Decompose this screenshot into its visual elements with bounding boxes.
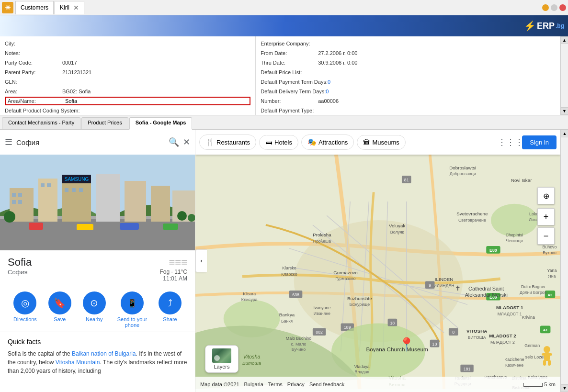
tab-close-icon[interactable]: ✕	[73, 4, 79, 11]
svg-rect-20	[72, 188, 76, 192]
label-number: Number:	[261, 98, 318, 104]
directions-label: Directions	[13, 316, 37, 322]
form-scrollbar[interactable]: ▲ ▼	[560, 36, 568, 115]
label-area-name: Area/Name:	[6, 98, 63, 104]
zoom-in-button[interactable]: +	[537, 208, 555, 225]
save-icon: 🔖	[48, 291, 71, 314]
save-button[interactable]: 🔖 Save	[48, 291, 71, 328]
svg-text:Клисура: Клисура	[241, 297, 258, 302]
svg-point-28	[4, 211, 15, 223]
form-right: Enterprise Company: From Date: 27.2.2006…	[256, 36, 560, 115]
erp-logo-text: ERP	[537, 21, 555, 31]
directions-button[interactable]: ◎ Directions	[13, 291, 37, 328]
svg-text:Prolesha: Prolesha	[313, 232, 331, 237]
erp-logo-suffix: .bg	[556, 22, 564, 29]
footer-link-bulgaria[interactable]: Bulgaria	[244, 381, 263, 387]
svg-rect-9	[96, 174, 120, 222]
vitosha-link[interactable]: Vitosha Mountain	[56, 359, 100, 366]
close-search-icon[interactable]: ✕	[183, 137, 190, 147]
balkan-link[interactable]: Balkan nation of Bulgaria	[72, 350, 136, 357]
right-scroll-track	[561, 137, 568, 384]
svg-text:Волуяк: Волуяк	[390, 230, 404, 235]
form-row-from-date: From Date: 27.2.2006 г. 0:00	[261, 49, 556, 57]
tab-customers[interactable]: Customers	[15, 1, 54, 14]
scroll-up-btn[interactable]: ▲	[561, 36, 568, 44]
layers-label: Layers	[214, 364, 229, 370]
tab-product-prices[interactable]: Product Prices	[81, 117, 128, 129]
send-to-phone-button[interactable]: 📱 Send to your phone	[117, 291, 147, 328]
maximize-button[interactable]	[551, 4, 557, 11]
chip-hotels[interactable]: 🛏 Hotels	[259, 135, 298, 150]
map-svg: E80 E80 81 638	[195, 155, 560, 389]
svg-text:Световрачене: Световрачене	[458, 218, 486, 223]
chip-restaurants[interactable]: 🍴 Restaurants	[199, 134, 256, 150]
svg-rect-10	[125, 181, 146, 222]
tab-contact-mechanisms[interactable]: Contact Mechanisms - Party	[2, 117, 80, 129]
gmap-apps-button[interactable]: ⋮⋮⋮	[502, 134, 519, 151]
svg-text:8: 8	[452, 330, 454, 335]
svg-rect-18	[47, 183, 51, 187]
share-button[interactable]: ⤴ Share	[159, 291, 182, 328]
form-row-price-list: Default Price List:	[261, 68, 556, 77]
svg-text:МЛАДОСТ 2: МЛАДОСТ 2	[490, 340, 515, 345]
content-area: ☰ 🔍 ✕	[0, 130, 568, 392]
right-scrollbar[interactable]: ▲ ▼	[560, 130, 568, 392]
right-scroll-down[interactable]: ▼	[561, 384, 568, 392]
svg-text:638: 638	[292, 292, 299, 297]
chip-attractions[interactable]: 🎭 Attractions	[301, 134, 354, 150]
svg-text:Казичене: Казичене	[505, 363, 523, 368]
close-button[interactable]	[559, 4, 566, 11]
action-buttons: ◎ Directions 🔖 Save ⊙ Nearby 📱 Send to y…	[0, 288, 195, 332]
chip-restaurants-label: Restaurants	[216, 139, 250, 146]
svg-text:Dolni Bogrov: Dolni Bogrov	[521, 284, 545, 289]
weather-icon: ≡≡≡	[159, 256, 187, 269]
nearby-button[interactable]: ⊙ Nearby	[83, 291, 106, 328]
label-payment-type: Default Payment Type:	[261, 108, 318, 113]
chip-attractions-label: Attractions	[318, 139, 348, 146]
pegman[interactable]	[540, 346, 554, 368]
maps-search-input[interactable]	[16, 138, 165, 146]
value-delivery-term: 0	[326, 89, 329, 94]
form-row-area-name[interactable]: Area/Name:	[5, 97, 250, 105]
footer-link-terms[interactable]: Terms	[268, 381, 283, 387]
svg-text:✝: ✝	[455, 285, 461, 292]
gmap-signin-button[interactable]: Sign in	[522, 135, 557, 149]
label-city: City:	[5, 41, 62, 46]
send-to-phone-label: Send to your phone	[117, 316, 147, 328]
form-row-area: Area: BG02: Sofia	[5, 87, 250, 96]
layers-button[interactable]: Layers	[205, 345, 239, 373]
footer-link-send-feedback[interactable]: Send feedback	[309, 381, 344, 387]
label-area: Area:	[5, 89, 62, 94]
search-icon[interactable]: 🔍	[169, 137, 179, 147]
footer-link-privacy[interactable]: Privacy	[287, 381, 305, 387]
label-delivery-term: Default Delivery Term Days:	[261, 89, 326, 94]
hamburger-icon[interactable]: ☰	[5, 137, 12, 147]
scroll-down-btn[interactable]: ▼	[561, 107, 568, 115]
label-parent-party: Parent Party:	[5, 69, 62, 75]
map-controls: ⊕ + −	[537, 187, 555, 245]
svg-text:Владая: Владая	[354, 370, 369, 374]
chip-museums[interactable]: 🏛 Museums	[357, 135, 405, 150]
svg-rect-137	[548, 360, 551, 366]
hotels-icon: 🛏	[265, 138, 273, 146]
location-button[interactable]: ⊕	[537, 187, 555, 204]
svg-rect-15	[12, 200, 16, 204]
svg-text:Гурмазово: Гурмазово	[335, 276, 356, 281]
svg-text:Buhovo: Buhovo	[543, 245, 557, 249]
form-area: City: Notes: Party Code: 00017 Parent Pa…	[0, 36, 568, 115]
zoom-out-button[interactable]: −	[537, 227, 555, 245]
tab-kiril[interactable]: Kiril ✕	[55, 1, 84, 14]
svg-text:Vladaya: Vladaya	[354, 364, 370, 369]
svg-text:Svetovrachene: Svetovrachene	[456, 211, 488, 216]
city-name-local: София	[8, 269, 32, 276]
right-scroll-up[interactable]: ▲	[561, 130, 568, 137]
form-row-notes: Notes:	[5, 49, 250, 57]
map-area[interactable]: 🍴 Restaurants 🛏 Hotels 🎭 Attractions 🏛 M…	[195, 130, 560, 392]
collapse-sidebar-button[interactable]: ‹	[195, 249, 207, 272]
svg-text:81: 81	[404, 178, 409, 182]
svg-rect-17	[41, 183, 45, 187]
svg-text:ILINDEN: ILINDEN	[435, 277, 454, 282]
input-area-name[interactable]	[63, 98, 133, 104]
tab-sofia-google-maps[interactable]: Sofia - Google Maps	[129, 117, 193, 130]
minimize-button[interactable]	[542, 4, 549, 11]
